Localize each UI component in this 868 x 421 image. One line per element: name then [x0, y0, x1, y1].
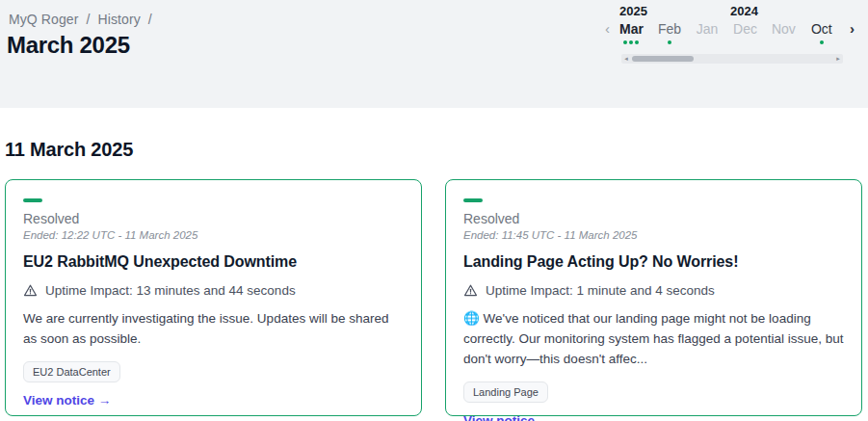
incident-title: EU2 RabbitMQ Unexpected Downtime [23, 253, 404, 271]
status-dash [23, 198, 42, 202]
incident-dot [629, 40, 633, 44]
breadcrumb-separator: / [148, 12, 152, 27]
view-notice-link[interactable]: View notice → [463, 413, 844, 421]
incident-dot [635, 40, 639, 44]
timeline-month-dec[interactable]: Dec [733, 21, 757, 44]
incident-cards: Resolved Ended: 12:22 UTC - 11 March 202… [5, 179, 862, 416]
timeline-month-mar[interactable]: Mar [619, 21, 644, 44]
scrollbar-right-arrow-icon[interactable]: ▸ [833, 54, 843, 64]
timeline-prev-icon[interactable]: ‹ [605, 21, 610, 36]
arrow-right-icon: → [539, 413, 552, 421]
breadcrumb-separator: / [86, 12, 90, 27]
breadcrumb-item-history[interactable]: History [97, 12, 140, 27]
timeline-month-oct[interactable]: Oct [810, 21, 833, 44]
scrollbar-left-arrow-icon[interactable]: ◂ [621, 54, 631, 64]
uptime-impact: Uptime Impact: 13 minutes and 44 seconds [23, 283, 404, 298]
incident-description: 🌐 We've noticed that our landing page mi… [463, 308, 844, 369]
ended-timestamp: Ended: 11:45 UTC - 11 March 2025 [463, 229, 844, 241]
incident-card: Resolved Ended: 11:45 UTC - 11 March 202… [445, 179, 862, 416]
timeline-scrollbar[interactable]: ◂ ▸ [621, 54, 843, 64]
incident-dot [668, 40, 671, 44]
ended-timestamp: Ended: 12:22 UTC - 11 March 2025 [23, 229, 404, 241]
incident-title: Landing Page Acting Up? No Worries! [463, 253, 844, 271]
incident-description: We are currently investigating the issue… [23, 308, 404, 349]
page-title: March 2025 [7, 32, 130, 59]
incident-dot [820, 40, 824, 44]
component-tag: Landing Page [463, 382, 548, 403]
status-label: Resolved [23, 211, 404, 226]
warning-triangle-icon [23, 283, 38, 298]
status-label: Resolved [463, 211, 844, 226]
header-band: MyQ Roger / History / March 2025 2025 20… [0, 0, 868, 108]
status-dash [463, 198, 483, 202]
incident-dot [623, 40, 627, 44]
uptime-impact-text: Uptime Impact: 1 minute and 4 seconds [486, 283, 715, 298]
breadcrumb-item-home[interactable]: MyQ Roger [9, 12, 78, 27]
timeline-next-icon[interactable]: › [850, 21, 855, 36]
scrollbar-thumb[interactable] [632, 56, 694, 62]
arrow-right-icon: → [98, 393, 112, 408]
uptime-impact: Uptime Impact: 1 minute and 4 seconds [463, 283, 844, 298]
view-notice-link[interactable]: View notice → [23, 393, 404, 408]
breadcrumb: MyQ Roger / History / [9, 12, 156, 27]
timeline-months: Mar Feb Jan Dec [619, 21, 833, 44]
timeline-year-2025: 2025 [619, 4, 647, 18]
timeline-month-jan[interactable]: Jan [696, 21, 719, 44]
uptime-impact-text: Uptime Impact: 13 minutes and 44 seconds [45, 283, 296, 298]
warning-triangle-icon [463, 283, 478, 298]
timeline-month-nov[interactable]: Nov [772, 21, 796, 44]
incident-card: Resolved Ended: 12:22 UTC - 11 March 202… [5, 179, 422, 416]
component-tag: EU2 DataCenter [23, 361, 120, 382]
month-timeline: 2025 2024 ‹ Mar Feb Jan [605, 0, 863, 108]
timeline-year-2024: 2024 [730, 4, 758, 18]
date-heading: 11 March 2025 [5, 139, 133, 161]
timeline-month-feb[interactable]: Feb [658, 21, 681, 44]
